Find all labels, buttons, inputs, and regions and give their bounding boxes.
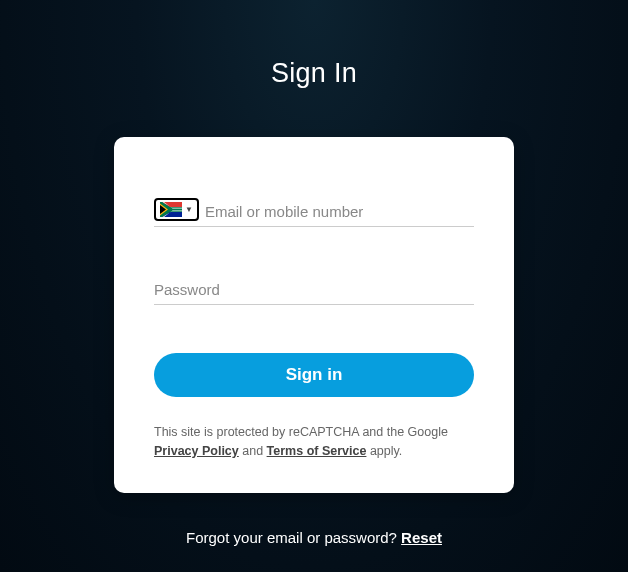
recaptcha-suffix: apply.	[366, 444, 402, 458]
forgot-text: Forgot your email or password?	[186, 529, 401, 546]
chevron-down-icon: ▼	[185, 205, 193, 214]
email-field-row: ▼	[154, 197, 474, 227]
terms-of-service-link[interactable]: Terms of Service	[267, 444, 367, 458]
password-input[interactable]	[154, 275, 474, 304]
country-select[interactable]: ▼	[154, 198, 199, 221]
privacy-policy-link[interactable]: Privacy Policy	[154, 444, 239, 458]
email-input[interactable]	[205, 197, 474, 226]
recaptcha-prefix: This site is protected by reCAPTCHA and …	[154, 425, 448, 439]
recaptcha-notice: This site is protected by reCAPTCHA and …	[154, 423, 474, 461]
page-title: Sign In	[0, 0, 628, 89]
signin-card: ▼ Sign in This site is protected by reCA…	[114, 137, 514, 493]
signin-button[interactable]: Sign in	[154, 353, 474, 397]
south-africa-flag-icon	[160, 202, 182, 217]
password-field-row	[154, 275, 474, 305]
reset-link[interactable]: Reset	[401, 529, 442, 546]
forgot-line: Forgot your email or password? Reset	[0, 529, 628, 546]
recaptcha-and: and	[239, 444, 267, 458]
